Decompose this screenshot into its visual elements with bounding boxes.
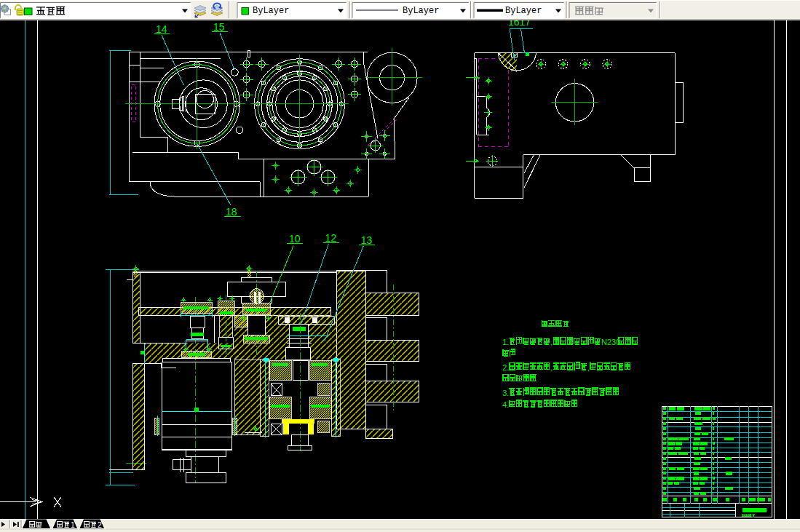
svg-text:1.: 1. (502, 338, 509, 346)
svg-text:12: 12 (325, 232, 337, 244)
svg-text:10: 10 (289, 233, 301, 245)
svg-text:1617: 1617 (508, 20, 531, 28)
svg-text:2: 2 (98, 520, 102, 528)
svg-text:15: 15 (213, 21, 225, 33)
svg-text:ByLayer: ByLayer (253, 6, 289, 16)
svg-text:,: , (550, 363, 553, 372)
svg-text:ByLayer: ByLayer (403, 6, 439, 16)
svg-text:13: 13 (361, 234, 373, 246)
svg-text:1: 1 (71, 520, 75, 528)
svg-text:N230: N230 (601, 338, 620, 346)
svg-text:3.: 3. (502, 389, 509, 397)
svg-text:14: 14 (156, 23, 167, 35)
svg-text:,: , (550, 338, 553, 346)
svg-text:4.: 4. (502, 400, 509, 409)
svg-text:18: 18 (226, 206, 237, 218)
svg-text:,: , (587, 363, 590, 372)
svg-text:ByLayer: ByLayer (505, 6, 542, 16)
svg-text:2.: 2. (502, 363, 509, 372)
